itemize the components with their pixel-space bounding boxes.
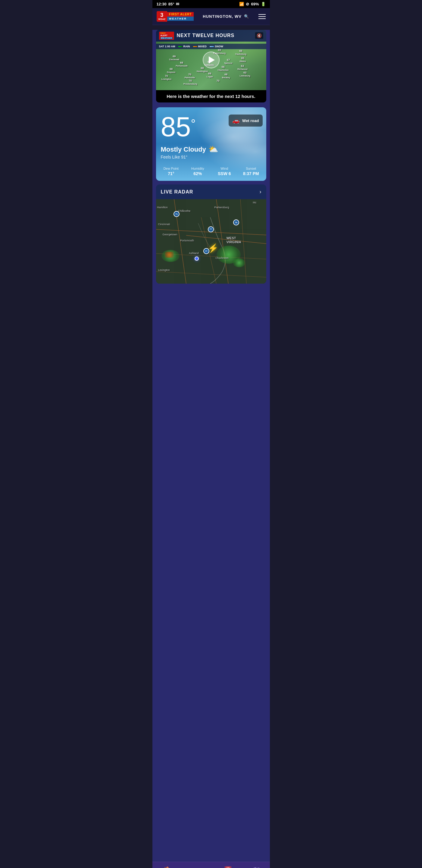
status-left: 12:30 85° ✉ — [157, 2, 180, 6]
status-temp: 85° — [168, 2, 174, 6]
city-paintsville: 70Paintsville — [185, 73, 195, 79]
status-right: 📶 ⊘ 69% 🔋 — [239, 2, 265, 6]
main-content: 69Cincinnati 69Parkersburg 66Clarksburg … — [153, 30, 270, 862]
location-dot — [195, 256, 199, 261]
wet-road-text: Wet road — [242, 119, 259, 123]
feels-like-value: 91° — [181, 155, 187, 159]
weather-card: 85 ° 🚗 Wet road Mostly Cloudy ⛅ Feels Li… — [156, 107, 266, 181]
nav-hourly[interactable]: ◁ Hourly — [188, 866, 208, 868]
city-prestonsburg: 70Prestonsburg — [184, 79, 197, 85]
city-richwood: 63Richwood — [237, 64, 247, 70]
radar-portsmouth: Portsmouth — [180, 239, 194, 242]
nav-map[interactable]: 🗺 Map — [248, 865, 264, 868]
wet-road-badge: 🚗 Wet road — [229, 115, 262, 127]
radar-mc: Mc — [253, 201, 257, 204]
city-spencer: 67Spencer — [224, 59, 232, 64]
city-logan: 69Logan — [207, 72, 213, 78]
logo-box: 3 WSAZ — [157, 11, 167, 22]
home-icon: 🏠 — [163, 866, 171, 868]
wind-label: Wind — [221, 167, 228, 170]
city-lewisburg: 63Lewisburg — [240, 71, 250, 77]
top-nav: 3 WSAZ FIRST ALERT WEATHER HUNTINGTON, W… — [153, 8, 270, 25]
play-button[interactable] — [203, 52, 220, 68]
logo-first-alert: FIRST ALERT — [167, 12, 194, 17]
bottom-nav: 🏠 Home ◁ Hourly 📅 Daily 🗺 Map — [153, 862, 270, 868]
radar-roads-svg — [156, 199, 266, 284]
nav-home[interactable]: 🏠 Home — [158, 865, 177, 868]
snow-legend-dot — [209, 46, 214, 47]
interstate-79: 79 — [233, 219, 239, 225]
menu-button[interactable] — [258, 14, 266, 19]
mixed-legend-dot — [193, 46, 197, 47]
radar-west-virginia: WESTVIRGINIA — [227, 236, 241, 244]
radar-georgetown: Georgetown — [162, 233, 177, 236]
stat-dew-point: Dew Point 71° — [158, 167, 184, 176]
city-extra: 70 — [217, 79, 220, 82]
weather-main: 85 ° 🚗 Wet road — [156, 107, 266, 144]
mixed-legend-label: MIXED — [198, 45, 207, 48]
wifi-icon: 📶 — [239, 2, 244, 6]
status-time: 12:30 — [157, 2, 167, 6]
search-icon[interactable]: 🔍 — [244, 14, 249, 19]
rain-legend-dot — [178, 46, 183, 47]
map-icon: 🗺 — [253, 866, 259, 868]
wet-road-icon: 🚗 — [232, 117, 240, 124]
radar-hot-spot — [165, 252, 174, 258]
interstate-77-north: 77 — [208, 226, 214, 232]
humidity-value: 62% — [193, 171, 202, 176]
dew-point-value: 71° — [168, 171, 174, 176]
condition-text: Mostly Cloudy — [161, 146, 206, 153]
radar-lexington: Lexington — [158, 269, 170, 272]
dnd-icon: ⊘ — [246, 2, 249, 6]
city-clarksburg: 66Clarksburg — [235, 50, 247, 56]
video-header-bar: FIRST ALERT WEATHER NEXT TWELVE HOURS 🔇 — [156, 30, 266, 41]
location-search[interactable]: HUNTINGTON, WV 🔍 — [203, 14, 249, 19]
status-bar: 12:30 85° ✉ 📶 ⊘ 69% 🔋 — [153, 0, 270, 8]
volume-icon[interactable]: 🔇 — [255, 32, 263, 39]
city-lexington: 70Lexington — [161, 74, 171, 81]
city-grayson: 68Grayson — [167, 67, 175, 73]
logo-wsaz: WSAZ — [158, 18, 166, 21]
weather-condition: Mostly Cloudy ⛅ — [156, 144, 266, 155]
play-triangle-icon — [209, 56, 215, 64]
first-alert-badge: FIRST ALERT WEATHER — [159, 32, 174, 40]
radar-map[interactable]: Hamilton Chillicothe Parkersburg Cincinn… — [156, 199, 266, 284]
city-portsmouth: 68Portsmouth — [175, 61, 187, 67]
city-cincinnati: 69Cincinnati — [169, 55, 179, 61]
notification-icon: ✉ — [176, 2, 179, 6]
radar-hamilton: Hamilton — [157, 206, 168, 209]
radar-chevron-icon: › — [260, 189, 261, 195]
video-caption: Here is the weather for the next 12 hour… — [156, 90, 266, 102]
radar-spot-3 — [233, 258, 245, 267]
radar-charleston: Charleston — [215, 256, 229, 259]
city-charleston: 66Charleston — [218, 65, 229, 71]
nav-daily[interactable]: 📅 Daily — [219, 865, 237, 868]
radar-ashland: Ashland — [189, 252, 199, 255]
hourly-icon: ◁ — [196, 867, 200, 868]
lightning-icon: ⚡ — [208, 243, 218, 253]
condition-icon: ⛅ — [208, 145, 218, 154]
degree-symbol: ° — [191, 118, 196, 130]
svg-line-2 — [186, 236, 266, 244]
video-title: NEXT TWELVE HOURS — [176, 33, 234, 38]
radar-parkersburg: Parkersburg — [214, 206, 229, 209]
humidity-label: Humidity — [191, 167, 204, 170]
radar-header[interactable]: LIVE RADAR › — [156, 184, 266, 199]
radar-chillicothe: Chillicothe — [178, 210, 191, 213]
video-card[interactable]: 69Cincinnati 69Parkersburg 66Clarksburg … — [156, 30, 266, 102]
wind-value: SSW 6 — [218, 171, 231, 176]
svg-line-7 — [156, 272, 266, 278]
live-radar-section[interactable]: LIVE RADAR › — [156, 184, 266, 284]
daily-icon: 📅 — [224, 866, 232, 868]
sunset-label: Sunset — [246, 167, 256, 170]
radar-title: LIVE RADAR — [161, 189, 193, 195]
city-huntington: 68Huntington — [197, 67, 208, 73]
time-bar: SAT 1:00 AM RAIN MIXED SNOW — [156, 44, 266, 49]
stat-wind: Wind SSW 6 — [212, 167, 237, 176]
location-text: HUNTINGTON, WV — [203, 14, 241, 19]
video-thumbnail: 69Cincinnati 69Parkersburg 66Clarksburg … — [156, 30, 266, 90]
city-beckley: 68Beckley — [222, 73, 230, 79]
city-elkins: 65Elkins — [240, 57, 246, 63]
stat-sunset: Sunset 8:37 PM — [238, 167, 264, 176]
battery-icon: 🔋 — [261, 2, 266, 6]
